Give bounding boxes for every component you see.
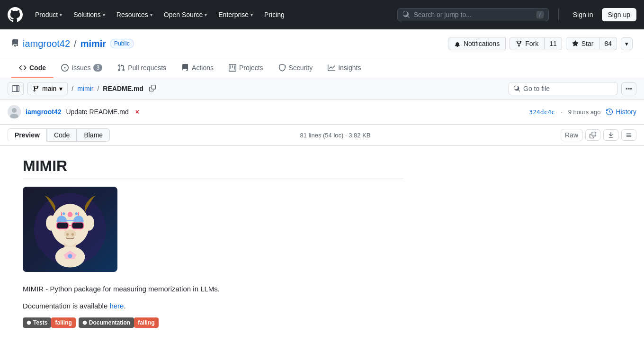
nav-product[interactable]: Product ▾	[30, 8, 67, 21]
tab-projects[interactable]: Projects	[221, 58, 271, 78]
code-tab[interactable]: Code	[47, 128, 77, 142]
fork-group: Fork 11	[510, 37, 562, 50]
svg-point-19	[63, 212, 65, 215]
branch-icon	[33, 85, 39, 92]
chevron-down-icon: ▾	[60, 12, 62, 18]
raw-button[interactable]: Raw	[561, 129, 582, 141]
tab-code[interactable]: Code	[11, 58, 54, 78]
svg-point-17	[84, 215, 94, 230]
chevron-down-icon: ▾	[103, 12, 105, 18]
nav-resources[interactable]: Resources ▾	[112, 8, 157, 21]
fork-button[interactable]: Fork	[510, 37, 545, 50]
svg-point-20	[75, 212, 78, 215]
file-viewer-header: main ▾ / mimir / README.md Go to file ••…	[0, 78, 644, 100]
copy-path-button[interactable]	[147, 83, 158, 95]
nav-divider	[558, 9, 559, 20]
nav-open-source[interactable]: Open Source ▾	[159, 8, 212, 21]
tests-badge: Tests failing	[23, 317, 76, 328]
commit-bar: iamgroot42 Update README.md × 324dc4c · …	[0, 100, 644, 125]
repo-owner-link[interactable]: iamgroot42	[23, 38, 70, 49]
file-action-buttons: Raw	[561, 129, 636, 141]
list-icon	[626, 132, 632, 138]
bell-icon	[454, 40, 461, 47]
circle-icon	[82, 320, 87, 325]
sidebar-toggle-button[interactable]	[8, 82, 24, 95]
goat-illustration	[27, 189, 113, 270]
svg-point-24	[82, 321, 87, 325]
chevron-down-icon: ▾	[250, 12, 253, 18]
nav-enterprise[interactable]: Enterprise ▾	[214, 8, 258, 21]
page-wrapper: Product ▾ Solutions ▾ Resources ▾ Open S…	[0, 0, 644, 362]
star-count[interactable]: 84	[599, 37, 617, 50]
auth-buttons: Sign in Sign up	[568, 8, 636, 21]
search-input[interactable]	[414, 11, 533, 18]
avatar	[8, 105, 21, 118]
commit-time-ago: 9 hours ago	[568, 109, 601, 116]
history-button[interactable]: History	[606, 108, 636, 116]
readme-title: MIMIR	[23, 157, 403, 179]
tab-pull-requests[interactable]: Pull requests	[110, 58, 174, 78]
commit-message: Update README.md	[66, 108, 128, 116]
fork-count[interactable]: 11	[545, 37, 562, 50]
nav-pricing[interactable]: Pricing	[259, 8, 289, 21]
tab-security[interactable]: Security	[271, 58, 321, 78]
breadcrumb-file: README.md	[103, 85, 143, 92]
readme-content: MIMIR	[0, 146, 426, 339]
go-to-file-button[interactable]: Go to file	[509, 82, 617, 95]
tab-actions[interactable]: Actions	[174, 58, 221, 78]
more-options-button[interactable]: •••	[621, 82, 636, 95]
breadcrumb-separator-2: /	[97, 85, 99, 92]
repo-tabs: Code Issues 3 Pull requests Actions Pr	[0, 58, 644, 78]
github-logo[interactable]	[8, 7, 23, 22]
docs-badge-label: Documentation	[79, 317, 134, 328]
readme-doc-link[interactable]: here	[109, 302, 124, 310]
projects-icon	[229, 64, 236, 72]
sign-in-button[interactable]: Sign in	[568, 8, 598, 21]
search-icon	[402, 11, 410, 18]
readme-description: MIMIR - Python package for measuring mem…	[23, 283, 403, 295]
svg-rect-10	[56, 222, 68, 229]
blame-tab[interactable]: Blame	[77, 128, 110, 142]
notifications-button[interactable]: Notifications	[448, 37, 506, 50]
tests-badge-status: failing	[51, 317, 75, 328]
more-options-button[interactable]: ▾	[621, 37, 633, 50]
copy-icon	[149, 85, 156, 91]
commit-info: iamgroot42 Update README.md ×	[8, 105, 139, 118]
copy-raw-button[interactable]	[585, 129, 600, 141]
outline-toggle-button[interactable]	[621, 129, 636, 141]
chevron-down-icon: ▾	[150, 12, 152, 18]
issues-badge: 3	[93, 64, 102, 72]
tab-issues[interactable]: Issues 3	[54, 58, 110, 78]
preview-tab[interactable]: Preview	[8, 128, 47, 142]
readme-doc-line: Documentation is available here.	[23, 300, 403, 312]
header-right-actions: Go to file •••	[509, 82, 636, 95]
search-area: /	[397, 8, 549, 21]
notifications-group: Notifications	[448, 37, 506, 50]
view-tabs: Preview Code Blame	[8, 128, 110, 142]
actions-icon	[181, 64, 189, 72]
svg-rect-11	[72, 222, 84, 229]
repo-name-link[interactable]: mimir	[80, 38, 106, 49]
badge-row: Tests failing Documentation failing	[23, 317, 403, 328]
commit-meta: 324dc4c · 9 hours ago History	[529, 108, 636, 116]
copy-icon	[590, 132, 596, 138]
breadcrumb-separator: /	[72, 85, 73, 92]
tab-insights[interactable]: Insights	[320, 58, 368, 78]
commit-x-marker[interactable]: ×	[135, 108, 139, 116]
commit-sha[interactable]: 324dc4c	[529, 109, 555, 116]
sign-up-button[interactable]: Sign up	[602, 8, 636, 21]
commit-author[interactable]: iamgroot42	[26, 108, 61, 116]
svg-point-13	[64, 229, 76, 238]
repo-visibility-badge: Public	[110, 39, 134, 48]
breadcrumb-repo-link[interactable]: mimir	[77, 85, 93, 92]
nav-solutions[interactable]: Solutions ▾	[69, 8, 110, 21]
search-icon	[514, 85, 520, 92]
branch-selector[interactable]: main ▾	[27, 82, 68, 95]
search-box[interactable]: /	[397, 8, 549, 21]
download-button[interactable]	[603, 129, 618, 141]
star-button[interactable]: Star	[566, 37, 600, 50]
svg-point-22	[68, 254, 72, 258]
docs-badge-status: failing	[134, 317, 158, 328]
star-icon	[572, 40, 579, 47]
code-icon	[19, 64, 27, 72]
